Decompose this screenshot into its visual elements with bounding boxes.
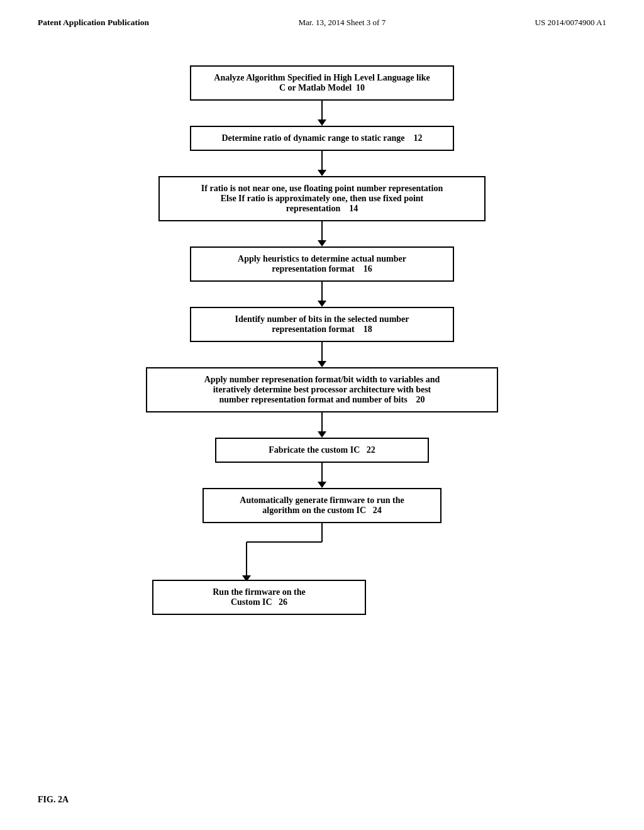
arrow-5 (318, 342, 326, 367)
box-8: Automatically generate firmware to run t… (203, 488, 441, 523)
header-center: Mar. 13, 2014 Sheet 3 of 7 (298, 18, 386, 28)
arrow-3 (318, 221, 326, 246)
box-2: Determine ratio of dynamic range to stat… (190, 126, 454, 151)
box-3: If ratio is not near one, use floating p… (158, 176, 486, 221)
box-5: Identify number of bits in the selected … (190, 307, 454, 342)
box-9: Run the firmware on theCustom IC 26 (152, 580, 366, 615)
box-3-text: If ratio is not near one, use floating p… (201, 184, 443, 213)
flowchart: Analyze Algorithm Specified in High Leve… (0, 28, 644, 599)
fig-label: FIG. 2A (38, 795, 69, 805)
box-7-text: Fabricate the custom IC 22 (269, 445, 375, 455)
box-4-text: Apply heuristics to determine actual num… (238, 254, 406, 274)
box-8-text: Automatically generate firmware to run t… (240, 495, 404, 515)
arrow-7 (318, 463, 326, 488)
header-left: Patent Application Publication (38, 18, 149, 28)
header-right: US 2014/0074900 A1 (535, 18, 606, 28)
arrow-1 (318, 101, 326, 126)
box-2-text: Determine ratio of dynamic range to stat… (221, 133, 422, 143)
box-1-text: Analyze Algorithm Specified in High Leve… (214, 73, 430, 92)
arrow-4 (318, 282, 326, 307)
box-6: Apply number represenation format/bit wi… (146, 367, 498, 412)
box-9-text: Run the firmware on theCustom IC 26 (213, 587, 306, 607)
page-header: Patent Application Publication Mar. 13, … (0, 0, 644, 28)
box-5-text: Identify number of bits in the selected … (235, 314, 409, 334)
arrow-6 (318, 412, 326, 438)
connector-section: Run the firmware on theCustom IC 26 (146, 523, 498, 599)
box-4: Apply heuristics to determine actual num… (190, 246, 454, 282)
box-7: Fabricate the custom IC 22 (215, 438, 429, 463)
box-1: Analyze Algorithm Specified in High Leve… (190, 65, 454, 101)
box-6-text: Apply number represenation format/bit wi… (204, 375, 440, 404)
arrow-2 (318, 151, 326, 176)
